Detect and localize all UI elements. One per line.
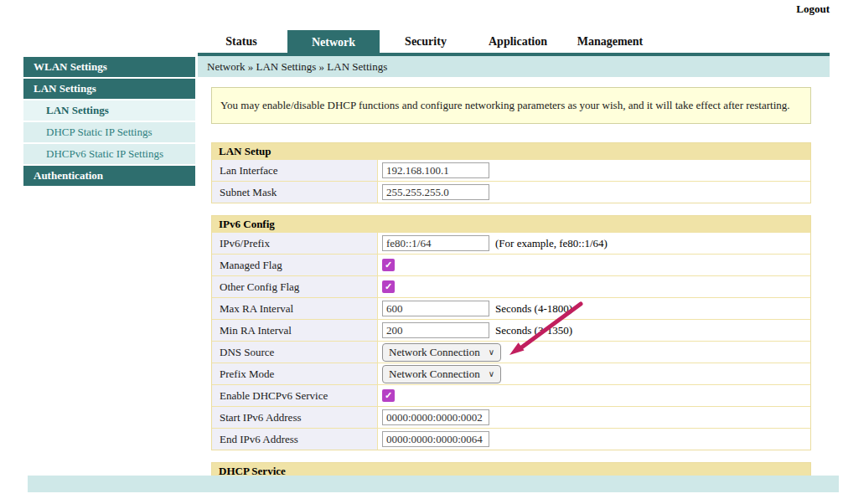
field-value-cell: ✓ xyxy=(378,255,810,275)
sidebar-item-dhcp-static-ip-settings[interactable]: DHCP Static IP Settings xyxy=(23,122,195,142)
start-ipv6-address-input[interactable] xyxy=(382,409,489,425)
field-value-cell xyxy=(378,160,810,181)
form-row-lan-interface: Lan Interface xyxy=(212,159,810,181)
lan-interface-input[interactable] xyxy=(382,162,489,178)
tab-management[interactable]: Management xyxy=(564,30,656,53)
field-value-cell: ✓ xyxy=(378,276,810,297)
field-label: Prefix Mode xyxy=(212,363,378,384)
section-header-lan-setup: LAN Setup xyxy=(212,143,810,159)
form-row-enable-dhcpv6-service: Enable DHCPv6 Service✓ xyxy=(212,384,810,406)
max-ra-interval-input[interactable] xyxy=(382,301,489,316)
field-value-cell: ✓ xyxy=(378,385,810,406)
field-hint: (For example, fe80::1/64) xyxy=(495,237,608,250)
field-value-cell: (For example, fe80::1/64) xyxy=(378,233,810,254)
sidebar-item-authentication[interactable]: Authentication xyxy=(23,166,195,186)
breadcrumb: Network » LAN Settings » LAN Settings xyxy=(198,56,830,77)
field-label: Max RA Interval xyxy=(212,298,378,319)
field-label: End IPv6 Address xyxy=(212,429,378,450)
dns-source-select[interactable]: Network Connection∨ xyxy=(382,343,501,362)
form-row-managed-flag: Managed Flag✓ xyxy=(212,254,810,275)
min-ra-interval-input[interactable] xyxy=(382,322,489,338)
field-value-cell: Seconds (4-1800) xyxy=(378,298,810,319)
chevron-down-icon: ∨ xyxy=(489,347,494,357)
field-value-cell xyxy=(378,407,810,428)
field-label: DNS Source xyxy=(212,342,378,363)
form-sections: LAN SetupLan InterfaceSubnet MaskIPv6 Co… xyxy=(211,142,811,491)
notice-box: You may enable/disable DHCP functions an… xyxy=(211,87,811,124)
form-row-min-ra-interval: Min RA IntervalSeconds (3-1350) xyxy=(212,319,810,341)
tab-status[interactable]: Status xyxy=(195,30,287,53)
section-table: IPv6 ConfigIPv6/Prefix(For example, fe80… xyxy=(211,215,811,450)
field-label: Min RA Interval xyxy=(212,320,378,341)
form-row-ipv6-prefix: IPv6/Prefix(For example, fe80::1/64) xyxy=(212,232,810,254)
chevron-down-icon: ∨ xyxy=(489,369,494,378)
sidebar-item-lan-settings[interactable]: LAN Settings xyxy=(23,100,195,121)
sidebar-item-wlan-settings[interactable]: WLAN Settings xyxy=(23,57,195,77)
sidebar-item-lan-settings[interactable]: LAN Settings xyxy=(23,79,195,99)
tab-security[interactable]: Security xyxy=(380,30,472,53)
enable-dhcpv6-service-checkbox[interactable]: ✓ xyxy=(382,389,395,402)
field-value-cell: Network Connection∨ xyxy=(378,363,810,384)
select-value: Network Connection xyxy=(389,346,480,359)
section-ipv6-config: IPv6 ConfigIPv6/Prefix(For example, fe80… xyxy=(211,215,811,450)
field-value-cell: Network Connection∨ xyxy=(378,342,810,363)
logout-link[interactable]: Logout xyxy=(796,3,830,16)
section-header-ipv6-config: IPv6 Config xyxy=(212,216,810,232)
field-label: Subnet Mask xyxy=(212,182,378,203)
field-value-cell xyxy=(378,182,810,203)
field-value-cell: Seconds (3-1350) xyxy=(378,320,810,341)
notice-text: You may enable/disable DHCP functions an… xyxy=(220,99,790,112)
field-hint: Seconds (3-1350) xyxy=(495,324,572,337)
field-label: IPv6/Prefix xyxy=(212,233,378,254)
ipv6-prefix-input[interactable] xyxy=(382,235,489,251)
subnet-mask-input[interactable] xyxy=(382,184,489,200)
field-label: Start IPv6 Address xyxy=(212,407,378,428)
sidebar-item-dhcpv6-static-ip-settings[interactable]: DHCPv6 Static IP Settings xyxy=(23,144,195,164)
footer-band xyxy=(28,476,839,492)
select-value: Network Connection xyxy=(389,368,480,381)
form-row-dns-source: DNS SourceNetwork Connection∨ xyxy=(212,341,810,363)
managed-flag-checkbox[interactable]: ✓ xyxy=(382,259,395,271)
field-label: Other Config Flag xyxy=(212,276,378,297)
section-lan-setup: LAN SetupLan InterfaceSubnet Mask xyxy=(211,142,811,203)
end-ipv6-address-input[interactable] xyxy=(382,431,489,447)
form-row-subnet-mask: Subnet Mask xyxy=(212,181,810,203)
field-label: Enable DHCPv6 Service xyxy=(212,385,378,406)
form-row-end-ipv6-address: End IPv6 Address xyxy=(212,428,810,450)
field-hint: Seconds (4-1800) xyxy=(495,302,572,316)
form-row-start-ipv6-address: Start IPv6 Address xyxy=(212,406,810,428)
field-label: Managed Flag xyxy=(212,255,378,275)
prefix-mode-select[interactable]: Network Connection∨ xyxy=(382,365,501,383)
section-table: LAN SetupLan InterfaceSubnet Mask xyxy=(211,142,811,203)
field-value-cell xyxy=(378,429,810,450)
form-row-other-config-flag: Other Config Flag✓ xyxy=(212,275,810,297)
sidebar: WLAN SettingsLAN SettingsLAN SettingsDHC… xyxy=(23,57,195,188)
form-row-prefix-mode: Prefix ModeNetwork Connection∨ xyxy=(212,363,810,384)
other-config-flag-checkbox[interactable]: ✓ xyxy=(382,280,395,293)
field-label: Lan Interface xyxy=(212,160,378,181)
form-row-max-ra-interval: Max RA IntervalSeconds (4-1800) xyxy=(212,297,810,319)
tab-application[interactable]: Application xyxy=(472,30,564,53)
